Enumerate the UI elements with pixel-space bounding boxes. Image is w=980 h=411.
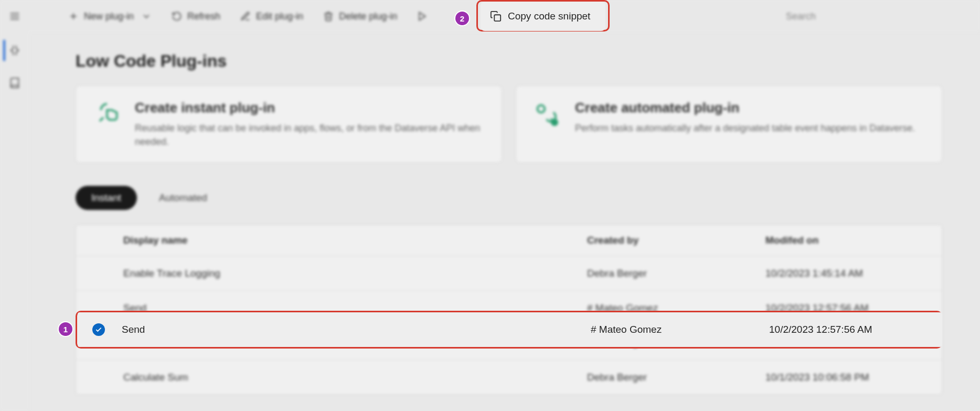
row-created-by: # Mateo Gomez [585,324,764,335]
col-created-by[interactable]: Created by [582,235,760,246]
rail-item-book[interactable] [4,72,25,93]
card-instant-title: Create instant plug-in [135,100,486,116]
row-name: Enable Trace Logging [121,268,582,279]
callout-badge-1: 1 [59,322,72,336]
svg-marker-5 [419,13,425,20]
svg-point-7 [551,119,558,126]
row-created-by: Debra Berger [582,268,760,279]
col-display-name[interactable]: Display name [121,235,582,246]
row-created-by: Debra Berger [582,372,760,383]
card-automated-title: Create automated plug-in [575,100,915,116]
main-content: Low Code Plug-ins Create instant plug-in… [29,33,980,411]
tabs: Instant Automated [76,186,942,210]
row-modified-on: 10/2/2023 1:45:14 AM [760,268,939,279]
tab-automated[interactable]: Automated [143,186,223,210]
cards-row: Create instant plug-in Reusable logic th… [76,86,942,163]
page-title: Low Code Plug-ins [76,51,942,71]
edit-plugin-button[interactable]: Edit plug-in [233,7,311,26]
col-modified-on[interactable]: Modifed on [760,235,939,246]
plug-icon [532,100,562,130]
row-name: Calculate Sum [121,372,582,383]
copy-snippet-label: Copy code snippet [508,10,590,22]
copy-icon [490,10,502,22]
edit-plugin-label: Edit plug-in [256,11,303,22]
delete-plugin-button[interactable]: Delete plug-in [316,7,404,26]
rail-item-plugins[interactable] [3,40,24,61]
table-header-row: Display name Created by Modifed on [76,225,942,256]
svg-rect-8 [494,15,500,21]
tap-icon [92,100,122,130]
play-button[interactable] [410,7,435,26]
copy-code-snippet-button[interactable]: Copy code snippet [481,2,605,31]
left-rail [0,33,29,411]
plugins-table: Display name Created by Modifed on Enabl… [76,225,942,395]
tab-instant[interactable]: Instant [76,186,137,210]
row-name: Send [120,324,585,335]
card-instant-plugin[interactable]: Create instant plug-in Reusable logic th… [76,86,502,163]
new-plugin-label: New plug-in [84,11,134,22]
table-row[interactable]: Calculate Sum Debra Berger 10/1/2023 10:… [76,360,942,394]
card-instant-desc: Reusable logic that can be invoked in ap… [135,121,486,149]
table-row[interactable]: Enable Trace Logging Debra Berger 10/2/2… [76,256,942,290]
callout-badge-2: 2 [455,12,469,25]
card-automated-desc: Perform tasks automatically after a desi… [575,121,915,135]
table-row-selected[interactable]: Send # Mateo Gomez 10/2/2023 12:57:56 AM [78,312,942,347]
delete-plugin-label: Delete plug-in [339,11,397,22]
row-modified-on: 10/2/2023 12:57:56 AM [764,324,942,335]
card-automated-plugin[interactable]: Create automated plug-in Perform tasks a… [516,86,942,163]
new-plugin-button[interactable]: New plug-in [61,7,159,26]
row-modified-on: 10/1/2023 10:06:58 PM [760,372,939,383]
search-input[interactable]: Search [781,8,970,25]
hamburger-menu-icon[interactable] [5,7,24,26]
refresh-label: Refresh [187,11,220,22]
chevron-down-icon [141,11,152,22]
svg-point-6 [537,105,545,112]
row-selected-check-icon[interactable] [92,323,105,336]
refresh-button[interactable]: Refresh [164,7,228,26]
